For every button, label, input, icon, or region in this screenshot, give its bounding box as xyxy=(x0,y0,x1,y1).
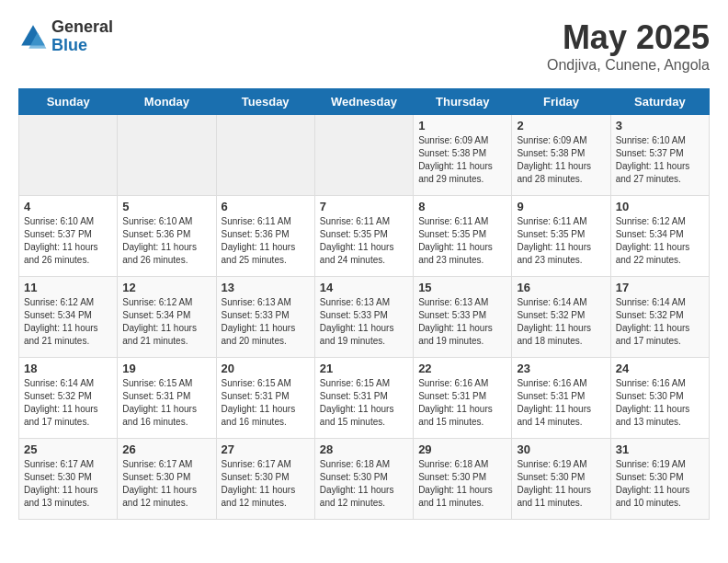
day-number: 18 xyxy=(24,362,112,375)
cell-info: Sunset: 5:30 PM xyxy=(517,471,605,484)
cell-info: Sunset: 5:37 PM xyxy=(616,147,704,160)
cell-info: Daylight: 11 hours and 11 minutes. xyxy=(418,484,506,510)
cell-info: Daylight: 11 hours and 24 minutes. xyxy=(320,241,408,267)
cell-info: Daylight: 11 hours and 17 minutes. xyxy=(24,403,112,429)
cell-info: Sunset: 5:30 PM xyxy=(616,390,704,403)
calendar-cell: 1Sunrise: 6:09 AMSunset: 5:38 PMDaylight… xyxy=(414,115,512,196)
day-number: 23 xyxy=(517,362,605,375)
calendar-cell: 31Sunrise: 6:19 AMSunset: 5:30 PMDayligh… xyxy=(610,439,709,520)
day-number: 25 xyxy=(24,442,112,456)
cell-info: Sunrise: 6:14 AM xyxy=(616,296,704,309)
cell-info: Sunset: 5:30 PM xyxy=(320,471,408,484)
day-number: 9 xyxy=(517,200,605,213)
cell-info: Sunrise: 6:15 AM xyxy=(122,377,210,390)
cell-info: Daylight: 11 hours and 25 minutes. xyxy=(222,241,310,267)
cell-info: Sunset: 5:35 PM xyxy=(517,228,605,241)
cell-info: Sunrise: 6:17 AM xyxy=(222,458,310,471)
calendar-cell xyxy=(314,115,413,196)
calendar-cell: 24Sunrise: 6:16 AMSunset: 5:30 PMDayligh… xyxy=(610,358,709,439)
day-number: 2 xyxy=(517,119,605,132)
day-number: 12 xyxy=(122,281,210,294)
cell-info: Daylight: 11 hours and 26 minutes. xyxy=(122,241,210,267)
cell-info: Sunrise: 6:12 AM xyxy=(24,296,112,309)
day-number: 1 xyxy=(418,119,506,132)
calendar-cell: 20Sunrise: 6:15 AMSunset: 5:31 PMDayligh… xyxy=(216,358,314,439)
cell-info: Sunset: 5:37 PM xyxy=(24,228,112,241)
cell-info: Sunrise: 6:15 AM xyxy=(320,377,408,390)
cell-info: Sunrise: 6:19 AM xyxy=(517,458,605,471)
day-number: 14 xyxy=(320,281,408,294)
calendar-cell: 23Sunrise: 6:16 AMSunset: 5:31 PMDayligh… xyxy=(512,358,610,439)
cell-info: Sunrise: 6:09 AM xyxy=(418,134,506,147)
cell-info: Sunset: 5:33 PM xyxy=(418,309,506,322)
cell-info: Sunset: 5:30 PM xyxy=(122,471,210,484)
cell-info: Daylight: 11 hours and 15 minutes. xyxy=(320,403,408,429)
calendar-cell: 8Sunrise: 6:11 AMSunset: 5:35 PMDaylight… xyxy=(414,196,512,277)
calendar-cell xyxy=(216,115,314,196)
header-day-thursday: Thursday xyxy=(414,89,512,115)
logo-general-text: General xyxy=(51,18,113,37)
cell-info: Sunrise: 6:13 AM xyxy=(418,296,506,309)
calendar-cell: 18Sunrise: 6:14 AMSunset: 5:32 PMDayligh… xyxy=(19,358,118,439)
day-number: 21 xyxy=(320,362,408,375)
calendar-cell: 14Sunrise: 6:13 AMSunset: 5:33 PMDayligh… xyxy=(314,277,413,358)
cell-info: Daylight: 11 hours and 23 minutes. xyxy=(517,241,605,267)
day-number: 17 xyxy=(616,281,704,294)
calendar-cell: 12Sunrise: 6:12 AMSunset: 5:34 PMDayligh… xyxy=(118,277,216,358)
calendar-cell: 17Sunrise: 6:14 AMSunset: 5:32 PMDayligh… xyxy=(610,277,709,358)
calendar-cell xyxy=(118,115,216,196)
day-number: 10 xyxy=(616,200,704,213)
calendar-week-2: 4Sunrise: 6:10 AMSunset: 5:37 PMDaylight… xyxy=(19,196,710,277)
cell-info: Sunset: 5:31 PM xyxy=(320,390,408,403)
calendar-cell: 13Sunrise: 6:13 AMSunset: 5:33 PMDayligh… xyxy=(216,277,314,358)
calendar-week-4: 18Sunrise: 6:14 AMSunset: 5:32 PMDayligh… xyxy=(19,358,710,439)
calendar-cell: 29Sunrise: 6:18 AMSunset: 5:30 PMDayligh… xyxy=(414,439,512,520)
cell-info: Sunset: 5:38 PM xyxy=(418,147,506,160)
cell-info: Daylight: 11 hours and 21 minutes. xyxy=(122,322,210,348)
cell-info: Sunset: 5:30 PM xyxy=(222,471,310,484)
calendar-cell: 9Sunrise: 6:11 AMSunset: 5:35 PMDaylight… xyxy=(512,196,610,277)
calendar-title: May 2025 xyxy=(547,18,710,57)
logo: General Blue xyxy=(18,18,113,55)
cell-info: Sunset: 5:30 PM xyxy=(418,471,506,484)
cell-info: Daylight: 11 hours and 28 minutes. xyxy=(517,160,605,186)
cell-info: Sunset: 5:32 PM xyxy=(517,309,605,322)
cell-info: Sunrise: 6:09 AM xyxy=(517,134,605,147)
cell-info: Daylight: 11 hours and 16 minutes. xyxy=(222,403,310,429)
cell-info: Sunset: 5:35 PM xyxy=(320,228,408,241)
cell-info: Sunrise: 6:16 AM xyxy=(517,377,605,390)
cell-info: Sunrise: 6:10 AM xyxy=(24,215,112,228)
cell-info: Sunrise: 6:16 AM xyxy=(616,377,704,390)
day-number: 19 xyxy=(122,362,210,375)
cell-info: Daylight: 11 hours and 19 minutes. xyxy=(418,322,506,348)
cell-info: Sunset: 5:30 PM xyxy=(616,471,704,484)
cell-info: Daylight: 11 hours and 29 minutes. xyxy=(418,160,506,186)
cell-info: Daylight: 11 hours and 10 minutes. xyxy=(616,484,704,510)
day-number: 26 xyxy=(122,442,210,456)
cell-info: Sunrise: 6:16 AM xyxy=(418,377,506,390)
cell-info: Sunrise: 6:10 AM xyxy=(616,134,704,147)
cell-info: Sunset: 5:34 PM xyxy=(616,228,704,241)
calendar-cell: 15Sunrise: 6:13 AMSunset: 5:33 PMDayligh… xyxy=(414,277,512,358)
calendar-week-1: 1Sunrise: 6:09 AMSunset: 5:38 PMDaylight… xyxy=(19,115,710,196)
cell-info: Sunset: 5:34 PM xyxy=(122,309,210,322)
header-row: SundayMondayTuesdayWednesdayThursdayFrid… xyxy=(19,89,710,115)
day-number: 3 xyxy=(616,119,704,132)
header-day-sunday: Sunday xyxy=(19,89,118,115)
day-number: 5 xyxy=(122,200,210,213)
header-day-friday: Friday xyxy=(512,89,610,115)
cell-info: Sunset: 5:34 PM xyxy=(24,309,112,322)
day-number: 15 xyxy=(418,281,506,294)
cell-info: Sunrise: 6:11 AM xyxy=(418,215,506,228)
calendar-week-3: 11Sunrise: 6:12 AMSunset: 5:34 PMDayligh… xyxy=(19,277,710,358)
cell-info: Sunrise: 6:13 AM xyxy=(320,296,408,309)
title-block: May 2025 Ondjiva, Cunene, Angola xyxy=(547,18,710,74)
cell-info: Daylight: 11 hours and 26 minutes. xyxy=(24,241,112,267)
day-number: 22 xyxy=(418,362,506,375)
cell-info: Daylight: 11 hours and 20 minutes. xyxy=(222,322,310,348)
calendar-table: SundayMondayTuesdayWednesdayThursdayFrid… xyxy=(18,88,710,520)
cell-info: Daylight: 11 hours and 18 minutes. xyxy=(517,322,605,348)
day-number: 29 xyxy=(418,442,506,456)
cell-info: Daylight: 11 hours and 22 minutes. xyxy=(616,241,704,267)
calendar-cell: 16Sunrise: 6:14 AMSunset: 5:32 PMDayligh… xyxy=(512,277,610,358)
